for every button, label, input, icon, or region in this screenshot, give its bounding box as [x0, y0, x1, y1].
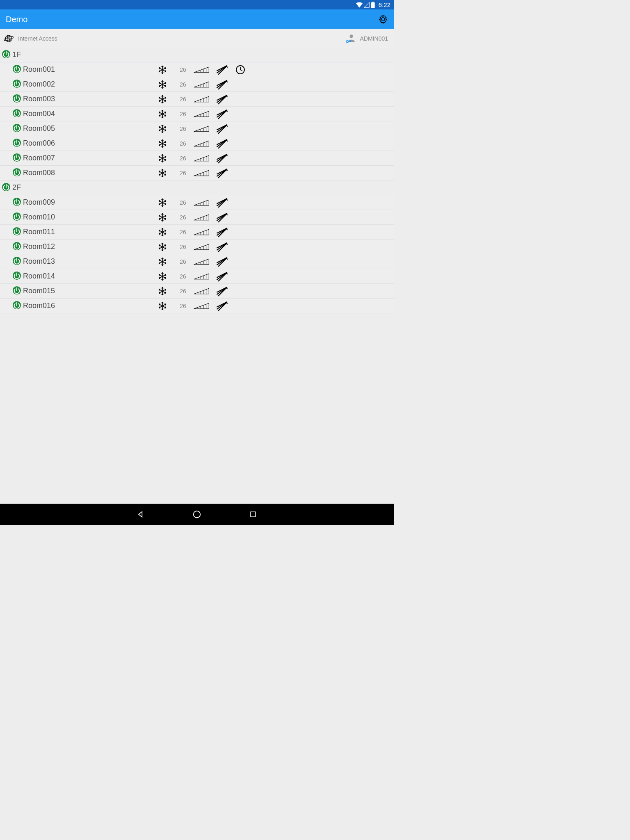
room-row[interactable]: Room015 26 [0, 284, 394, 299]
airflow-icon [212, 94, 232, 105]
user-icon [345, 33, 356, 44]
mode-icon [150, 95, 175, 104]
room-row[interactable]: Room010 26 [0, 210, 394, 225]
app-title: Demo [6, 15, 27, 24]
room-row[interactable]: Room007 26 [0, 151, 394, 166]
svg-rect-8 [348, 41, 351, 42]
fan-icon [191, 302, 212, 310]
room-row[interactable]: Room004 26 [0, 107, 394, 121]
power-icon[interactable] [12, 109, 21, 119]
home-button[interactable] [192, 510, 201, 519]
room-name: Room009 [23, 198, 150, 207]
temp-value: 26 [175, 126, 191, 132]
mode-icon [150, 80, 175, 89]
power-icon[interactable] [2, 50, 11, 60]
room-name: Room004 [23, 110, 150, 118]
fan-icon [191, 287, 212, 295]
gear-icon[interactable] [378, 14, 388, 24]
room-row[interactable]: Room014 26 [0, 269, 394, 284]
power-icon[interactable] [12, 94, 21, 105]
power-icon[interactable] [12, 212, 21, 223]
group-header[interactable]: 1F [0, 48, 394, 62]
fan-icon [191, 228, 212, 236]
power-icon[interactable] [12, 153, 21, 164]
fan-icon [191, 258, 212, 266]
fan-icon [191, 139, 212, 148]
mode-icon [150, 124, 175, 133]
power-icon[interactable] [12, 123, 21, 134]
temp-value: 26 [175, 199, 191, 206]
temp-value: 26 [175, 303, 191, 309]
room-row[interactable]: Room013 26 [0, 254, 394, 269]
svg-point-6 [349, 34, 353, 38]
room-row[interactable]: Room012 26 [0, 240, 394, 254]
temp-value: 26 [175, 244, 191, 250]
room-name: Room001 [23, 65, 150, 74]
room-name: Room002 [23, 80, 150, 89]
power-icon[interactable] [12, 286, 21, 297]
power-icon[interactable] [12, 168, 21, 178]
temp-value: 26 [175, 288, 191, 294]
globe-icon [3, 33, 14, 44]
room-row[interactable]: Room009 26 [0, 195, 394, 210]
fan-icon [191, 66, 212, 74]
temp-value: 26 [175, 155, 191, 162]
fan-icon [191, 95, 212, 103]
mode-icon [150, 272, 175, 281]
fan-icon [191, 243, 212, 251]
temp-value: 26 [175, 140, 191, 147]
signal-icon [364, 2, 370, 8]
power-icon[interactable] [12, 64, 21, 75]
room-row[interactable]: Room002 26 [0, 77, 394, 92]
svg-rect-0 [372, 2, 374, 2]
room-row[interactable]: Room005 26 [0, 121, 394, 136]
temp-value: 26 [175, 273, 191, 280]
svg-rect-9 [350, 40, 351, 41]
room-name: Room013 [23, 257, 150, 266]
mode-icon [150, 169, 175, 178]
power-icon[interactable] [12, 242, 21, 252]
mode-icon [150, 287, 175, 296]
fan-icon [191, 199, 212, 207]
back-button[interactable] [136, 510, 145, 519]
room-list[interactable]: 1F Room001 26 Room002 26 Room003 26 [0, 48, 394, 313]
room-name: Room010 [23, 213, 150, 221]
room-name: Room007 [23, 154, 150, 162]
wifi-icon [356, 2, 363, 8]
svg-point-7 [346, 40, 348, 42]
temp-value: 26 [175, 258, 191, 265]
airflow-icon [212, 226, 232, 238]
power-icon[interactable] [12, 79, 21, 90]
room-row[interactable]: Room003 26 [0, 92, 394, 107]
power-icon[interactable] [12, 271, 21, 282]
access-label: Internet Access [18, 35, 57, 42]
mode-icon [150, 257, 175, 266]
temp-value: 26 [175, 214, 191, 221]
room-row[interactable]: Room001 26 [0, 62, 394, 77]
room-row[interactable]: Room008 26 [0, 166, 394, 180]
temp-value: 26 [175, 170, 191, 176]
mode-icon [150, 242, 175, 251]
airflow-icon [212, 256, 232, 267]
power-icon[interactable] [12, 138, 21, 149]
room-row[interactable]: Room011 26 [0, 225, 394, 240]
power-icon[interactable] [2, 183, 11, 193]
group-header[interactable]: 2F [0, 180, 394, 195]
airflow-icon [212, 300, 232, 312]
fan-icon [191, 80, 212, 89]
power-icon[interactable] [12, 227, 21, 237]
power-icon[interactable] [12, 301, 21, 311]
battery-icon [371, 2, 375, 8]
room-row[interactable]: Room006 26 [0, 136, 394, 151]
mode-icon [150, 65, 175, 74]
power-icon[interactable] [12, 256, 21, 267]
power-icon[interactable] [12, 197, 21, 208]
airflow-icon [212, 212, 232, 223]
group-label: 2F [12, 183, 21, 192]
android-nav [0, 504, 394, 525]
recent-button[interactable] [249, 510, 258, 519]
room-name: Room014 [23, 272, 150, 281]
mode-icon [150, 301, 175, 310]
room-row[interactable]: Room016 26 [0, 299, 394, 313]
fan-icon [191, 125, 212, 133]
